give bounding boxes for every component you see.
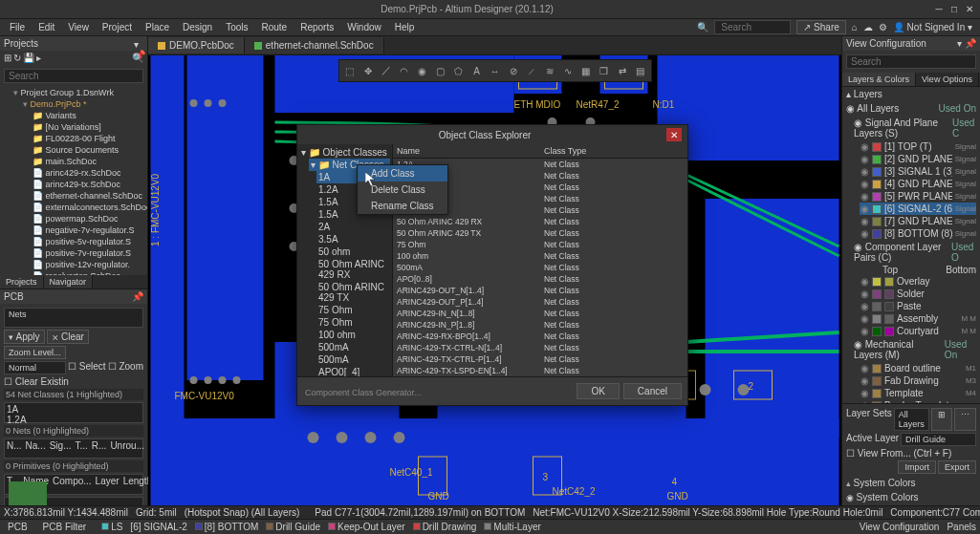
- layer-item[interactable]: ◉[5] PWR PLANE-1 (5)Signal: [860, 190, 976, 203]
- class-item[interactable]: 75 Ohm: [316, 316, 390, 329]
- layer-item[interactable]: ◉[6] SIGNAL-2 (6)Signal: [860, 203, 976, 215]
- class-name[interactable]: ARINC-429-RX-BPO[1..4]: [393, 331, 540, 342]
- class-item[interactable]: APO0[_4]: [316, 366, 390, 376]
- menu-route[interactable]: Route: [256, 20, 294, 34]
- layer-list[interactable]: ▴ Layers ◉ All LayersUsed On ◉ Signal An…: [842, 87, 980, 403]
- panels-btn[interactable]: Panels: [947, 522, 976, 532]
- search2-icon[interactable]: 🔍: [132, 53, 143, 63]
- class-name[interactable]: 50 Ohm ARINC 429 TX: [393, 227, 540, 239]
- tb-layer-icon[interactable]: ▤: [632, 62, 649, 79]
- tree-item[interactable]: 📄 positive-5v-regulator.S: [33, 236, 143, 247]
- component-class-gen[interactable]: Component Class Generator...: [305, 388, 422, 397]
- class-item[interactable]: 100 ohm: [316, 329, 390, 341]
- tree-item[interactable]: 📁 [No Variations]: [33, 121, 143, 133]
- layersets-dd[interactable]: All Layers: [894, 408, 929, 431]
- layerset-opts[interactable]: ⋯: [954, 408, 976, 431]
- select-check[interactable]: ☐ Select: [68, 361, 106, 374]
- tree-item[interactable]: 📁 main.SchDoc: [33, 156, 143, 167]
- class-name[interactable]: ARINC429-IN_P[1..8]: [393, 319, 540, 331]
- tree-icon[interactable]: ⊞: [4, 53, 11, 63]
- class-name[interactable]: ARINC-429-TX-CTRL-N[1..4]: [393, 342, 540, 353]
- tb-poly-icon[interactable]: ⬠: [450, 62, 468, 79]
- menu-reports[interactable]: Reports: [294, 20, 339, 34]
- pin-icon[interactable]: 📌: [132, 291, 143, 302]
- class-name[interactable]: 100 ohm: [393, 250, 540, 262]
- close-icon[interactable]: ✕: [963, 3, 976, 16]
- global-search[interactable]: [714, 20, 791, 34]
- class-item[interactable]: 75 Ohm: [316, 304, 390, 316]
- dialog-close-icon[interactable]: ✕: [666, 128, 682, 141]
- export-button[interactable]: Export: [938, 460, 976, 474]
- tb-text-icon[interactable]: A: [468, 62, 486, 79]
- layer-item[interactable]: ◉[3] SIGNAL 1 (3)Signal: [860, 165, 976, 178]
- tab-pcbdoc[interactable]: DEMO.PcbDoc: [148, 37, 245, 53]
- tb-line-icon[interactable]: ／: [378, 62, 395, 79]
- share-button[interactable]: ↗ Share: [796, 20, 845, 34]
- layer-item[interactable]: ◉[1] TOP (T)Signal: [860, 140, 976, 153]
- class-name[interactable]: ARINC-429-TX-CTRL-P[1..4]: [393, 353, 540, 365]
- menu-tools[interactable]: Tools: [220, 20, 253, 34]
- layer-item[interactable]: ◉TemplateM4: [860, 387, 976, 399]
- status-tab-pcb[interactable]: PCB: [4, 522, 32, 532]
- tree-item[interactable]: 📄 powermap.SchDoc: [33, 213, 143, 224]
- ctx-rename-class[interactable]: Rename Class: [358, 198, 447, 214]
- layer-item[interactable]: ◉Paste: [860, 300, 976, 312]
- class-item[interactable]: 500mA: [316, 353, 390, 366]
- class-item[interactable]: 500mA: [316, 341, 390, 353]
- class-name[interactable]: ARINC-429-TX-LSPD-EN[1..4]: [393, 365, 540, 376]
- tree-item[interactable]: 📄 positive-7v-regulator.S: [33, 247, 143, 259]
- tab-schdoc[interactable]: ethernet-channel.SchDoc: [245, 37, 384, 53]
- clear-button[interactable]: ⨯ Clear: [47, 330, 89, 344]
- tree-item[interactable]: 📄 ethernet-channel.SchDoc: [33, 190, 143, 202]
- project-tree[interactable]: Project Group 1.DsnWrk Demo.PrjPcb * 📁 V…: [0, 65, 147, 275]
- cloud-icon[interactable]: ☁: [863, 22, 873, 32]
- tb-flip-icon[interactable]: ⇄: [614, 62, 631, 79]
- status-layer-tab[interactable]: Multi-Layer: [480, 522, 544, 532]
- tb-move-icon[interactable]: ✥: [359, 62, 377, 79]
- maximize-icon[interactable]: □: [947, 3, 961, 16]
- status-layer-tab[interactable]: LS: [98, 522, 126, 532]
- tb-diff-icon[interactable]: ≋: [541, 62, 558, 79]
- layer-item[interactable]: ◉[8] BOTTOM (8)Signal: [860, 227, 976, 240]
- menu-help[interactable]: Help: [389, 20, 421, 34]
- tab-projects[interactable]: Projects: [0, 275, 44, 288]
- compile-icon[interactable]: ▸: [36, 53, 41, 63]
- tb-via-icon[interactable]: ◉: [414, 62, 431, 79]
- tree-search[interactable]: [4, 69, 143, 83]
- layer-item[interactable]: ◉Fab DrawingM3: [860, 374, 976, 387]
- class-name[interactable]: APO[0..8]: [393, 273, 540, 285]
- ctx-delete-class[interactable]: Delete Class: [358, 182, 447, 198]
- layerset-add[interactable]: ⊞: [931, 408, 952, 431]
- tree-item[interactable]: 📁 FL00228-00 Flight: [33, 133, 143, 144]
- menu-place[interactable]: Place: [140, 20, 175, 34]
- nets-dropdown[interactable]: Nets: [4, 308, 143, 328]
- layer-item[interactable]: ◉Board outlineM1: [860, 362, 976, 374]
- layer-item[interactable]: ◉Overlay: [860, 275, 976, 288]
- class-item[interactable]: 50 Ohm ARINC 429 RX: [316, 258, 390, 281]
- tree-item[interactable]: 📁 Source Documents: [33, 144, 143, 156]
- class-name[interactable]: ARINC429-IN_N[1..8]: [393, 308, 540, 319]
- tab-view-options[interactable]: View Options: [916, 73, 979, 86]
- class-name[interactable]: 500mA: [393, 262, 540, 273]
- tb-pointer-icon[interactable]: ⬚: [341, 62, 359, 79]
- layer-item[interactable]: ◉[2] GND PLANE-1 (2)Signal: [860, 153, 976, 165]
- tab-layers-colors[interactable]: Layers & Colors: [842, 73, 916, 86]
- tb-pad-icon[interactable]: ▢: [432, 62, 449, 79]
- ctx-add-class[interactable]: Add Class: [358, 165, 447, 182]
- status-layer-tab[interactable]: [6] SIGNAL-2: [126, 522, 190, 532]
- user-icon[interactable]: 👤 Not Signed In ▾: [893, 22, 972, 32]
- status-layer-tab[interactable]: [8] BOTTOM: [191, 522, 263, 532]
- tb-mask-icon[interactable]: ▦: [577, 62, 595, 79]
- import-button[interactable]: Import: [898, 460, 936, 474]
- minimize-icon[interactable]: ─: [932, 3, 946, 16]
- layer-item[interactable]: ◉Solder: [860, 288, 976, 300]
- menu-view[interactable]: View: [62, 20, 95, 34]
- apply-button[interactable]: ▾ Apply: [4, 330, 45, 344]
- tree-item[interactable]: 📁 Variants: [33, 110, 143, 121]
- tree-item[interactable]: 📄 arinc429-tx.SchDoc: [33, 179, 143, 190]
- active-layer-dd[interactable]: Drill Guide: [901, 433, 976, 446]
- tab-navigator[interactable]: Navigator: [44, 275, 94, 288]
- tb-arc-icon[interactable]: ◠: [396, 62, 413, 79]
- view-config-btn[interactable]: View Configuration: [860, 522, 940, 532]
- refresh-icon[interactable]: ↻: [13, 53, 21, 63]
